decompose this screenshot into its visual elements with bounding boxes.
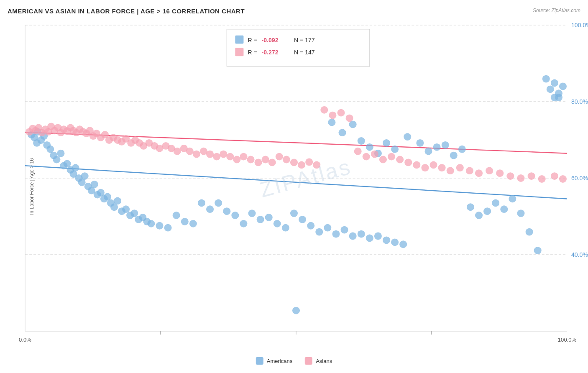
svg-point-119 xyxy=(551,79,558,87)
svg-point-105 xyxy=(442,141,449,149)
svg-point-166 xyxy=(193,151,200,158)
svg-point-173 xyxy=(240,153,247,161)
svg-point-99 xyxy=(383,139,390,147)
svg-point-78 xyxy=(282,224,289,232)
svg-point-68 xyxy=(198,199,205,207)
svg-point-111 xyxy=(492,199,499,207)
svg-point-93 xyxy=(328,119,335,126)
svg-point-106 xyxy=(450,152,458,159)
legend-color-asians xyxy=(305,357,312,365)
svg-point-175 xyxy=(255,159,262,166)
svg-point-86 xyxy=(349,232,357,240)
svg-point-103 xyxy=(424,148,432,155)
svg-point-67 xyxy=(189,220,197,227)
svg-point-117 xyxy=(542,75,550,83)
svg-point-185 xyxy=(329,112,336,119)
svg-point-182 xyxy=(305,158,313,166)
svg-point-104 xyxy=(433,143,441,151)
svg-point-91 xyxy=(391,238,399,246)
svg-point-90 xyxy=(383,236,390,244)
legend-label-asians: Asians xyxy=(316,358,332,364)
svg-point-94 xyxy=(338,129,346,136)
svg-point-73 xyxy=(240,220,247,227)
svg-point-72 xyxy=(231,212,239,219)
svg-rect-20 xyxy=(235,48,243,56)
source-text: Source: ZipAtlas.com xyxy=(533,8,580,13)
svg-point-170 xyxy=(220,151,227,158)
legend-label-americans: Americans xyxy=(267,358,292,364)
svg-point-204 xyxy=(496,169,504,177)
svg-point-192 xyxy=(388,153,395,161)
svg-text:R =: R = xyxy=(248,37,257,43)
svg-rect-16 xyxy=(235,36,243,44)
svg-point-193 xyxy=(396,156,404,164)
svg-point-96 xyxy=(358,137,365,145)
chart-area: ZIPAtlas 100.0% 80.0% 60.0% 40.0% 0.0% 1… xyxy=(25,25,567,331)
svg-text:100.0%: 100.0% xyxy=(571,22,588,28)
svg-point-109 xyxy=(475,212,483,219)
svg-point-188 xyxy=(354,148,362,155)
svg-point-30 xyxy=(33,139,41,147)
svg-text:60.0%: 60.0% xyxy=(571,175,588,181)
svg-point-58 xyxy=(130,209,138,217)
svg-point-200 xyxy=(456,164,464,171)
svg-point-114 xyxy=(517,209,524,217)
svg-point-183 xyxy=(313,161,320,169)
legend: Americans Asians xyxy=(256,357,332,365)
svg-point-115 xyxy=(526,228,533,236)
legend-color-americans xyxy=(256,357,263,365)
svg-point-63 xyxy=(156,222,163,230)
svg-point-77 xyxy=(274,220,281,227)
svg-point-201 xyxy=(466,167,473,174)
svg-point-116 xyxy=(534,247,542,254)
svg-text:-0.272: -0.272 xyxy=(262,49,279,56)
svg-point-168 xyxy=(206,151,214,158)
svg-point-186 xyxy=(337,109,345,117)
svg-point-62 xyxy=(147,220,155,227)
svg-point-187 xyxy=(346,115,353,122)
svg-text:100.0%: 100.0% xyxy=(558,337,577,343)
svg-point-70 xyxy=(215,199,222,207)
svg-point-108 xyxy=(467,203,474,211)
svg-point-179 xyxy=(283,156,290,164)
svg-point-165 xyxy=(186,148,194,155)
svg-point-196 xyxy=(421,164,429,171)
svg-point-210 xyxy=(559,175,567,183)
svg-point-97 xyxy=(366,143,373,151)
svg-point-171 xyxy=(226,153,234,161)
svg-point-83 xyxy=(324,224,331,232)
svg-point-87 xyxy=(358,230,365,238)
svg-point-75 xyxy=(257,216,264,223)
svg-point-76 xyxy=(265,214,273,221)
svg-point-195 xyxy=(413,161,420,169)
svg-point-181 xyxy=(298,161,305,169)
svg-point-202 xyxy=(475,169,483,177)
svg-text:0.0%: 0.0% xyxy=(19,337,31,343)
legend-item-americans: Americans xyxy=(256,357,292,365)
svg-point-209 xyxy=(551,172,558,180)
svg-point-47 xyxy=(91,181,98,188)
svg-point-169 xyxy=(213,153,220,161)
svg-point-177 xyxy=(268,159,276,166)
svg-point-118 xyxy=(547,85,554,93)
svg-point-74 xyxy=(248,209,256,217)
svg-point-178 xyxy=(276,153,283,161)
svg-point-54 xyxy=(114,197,121,205)
svg-rect-15 xyxy=(227,29,370,66)
svg-point-174 xyxy=(247,156,254,164)
svg-point-89 xyxy=(374,232,382,240)
svg-point-113 xyxy=(509,195,516,203)
svg-point-79 xyxy=(290,209,298,217)
svg-point-206 xyxy=(517,174,524,182)
svg-point-208 xyxy=(538,175,546,183)
svg-point-35 xyxy=(53,156,60,164)
svg-point-102 xyxy=(416,139,424,147)
svg-point-123 xyxy=(555,94,562,101)
svg-point-88 xyxy=(366,235,373,242)
svg-point-199 xyxy=(447,167,454,174)
svg-point-107 xyxy=(458,146,466,153)
svg-point-44 xyxy=(81,172,89,180)
svg-point-205 xyxy=(506,172,514,180)
chart-title: AMERICAN VS ASIAN IN LABOR FORCE | AGE >… xyxy=(8,8,245,15)
svg-text:80.0%: 80.0% xyxy=(571,98,588,105)
